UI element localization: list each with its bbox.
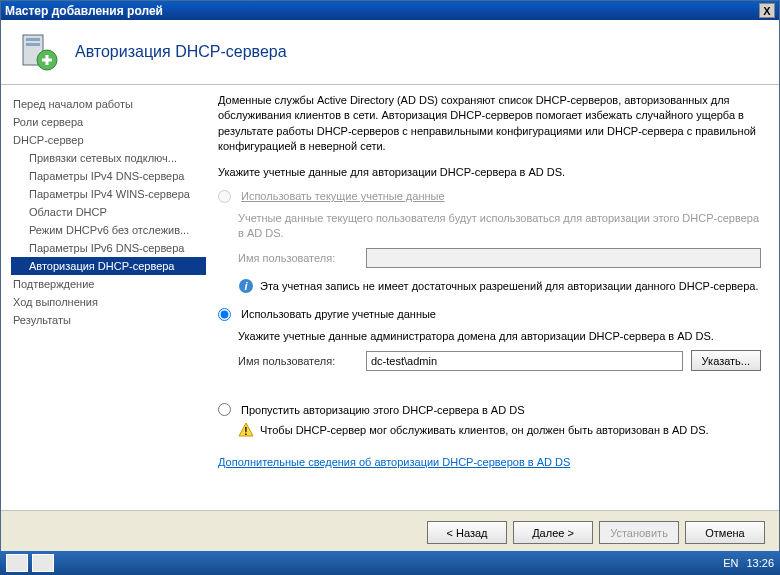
option-skip-authorization[interactable]: Пропустить авторизацию этого DHCP-сервер…	[218, 403, 761, 416]
close-button[interactable]: X	[759, 3, 775, 18]
current-username-label: Имя пользователя:	[238, 252, 358, 264]
svg-rect-2	[26, 43, 40, 46]
wizard-sidebar: Перед началом работы Роли сервера DHCP-с…	[1, 85, 206, 510]
close-icon: X	[763, 5, 770, 17]
radio-current-credentials	[218, 190, 231, 203]
radio-skip-authorization[interactable]	[218, 403, 231, 416]
option-current-label: Использовать текущие учетные данные	[241, 190, 445, 202]
sidebar-item-ipv4-dns[interactable]: Параметры IPv4 DNS-сервера	[13, 167, 206, 185]
svg-text:!: !	[244, 426, 247, 437]
install-button: Установить	[599, 521, 679, 544]
window-title: Мастер добавления ролей	[5, 4, 163, 18]
warning-icon: !	[238, 422, 254, 438]
page-title: Авторизация DHCP-сервера	[75, 43, 287, 61]
taskbar-button-1[interactable]	[6, 554, 28, 572]
sidebar-item-confirmation[interactable]: Подтверждение	[13, 275, 206, 293]
other-username-label: Имя пользователя:	[238, 355, 358, 367]
option-skip-label: Пропустить авторизацию этого DHCP-сервер…	[241, 404, 524, 416]
info-icon: i	[238, 278, 254, 294]
radio-other-credentials[interactable]	[218, 308, 231, 321]
next-button[interactable]: Далее >	[513, 521, 593, 544]
specify-button[interactable]: Указать...	[691, 350, 761, 371]
sidebar-item-dhcp-authorization[interactable]: Авторизация DHCP-сервера	[11, 257, 206, 275]
sidebar-item-server-roles[interactable]: Роли сервера	[13, 113, 206, 131]
sidebar-item-dhcpv6-mode[interactable]: Режим DHCPv6 без отслежив...	[13, 221, 206, 239]
warning-message: Чтобы DHCP-сервер мог обслуживать клиент…	[260, 424, 709, 436]
wizard-button-bar: < Назад Далее > Установить Отмена	[1, 510, 779, 554]
sidebar-item-results[interactable]: Результаты	[13, 311, 206, 329]
option-other-label: Использовать другие учетные данные	[241, 308, 436, 320]
sidebar-item-progress[interactable]: Ход выполнения	[13, 293, 206, 311]
sidebar-item-ipv4-wins[interactable]: Параметры IPv4 WINS-сервера	[13, 185, 206, 203]
sidebar-item-before-begin[interactable]: Перед началом работы	[13, 95, 206, 113]
sidebar-item-dhcp-server[interactable]: DHCP-сервер	[13, 131, 206, 149]
taskbar[interactable]: EN 13:26	[0, 551, 780, 575]
svg-rect-1	[26, 38, 40, 41]
cancel-button[interactable]: Отмена	[685, 521, 765, 544]
other-username-input[interactable]	[366, 351, 683, 371]
wizard-main: Доменные службы Active Directory (AD DS)…	[206, 85, 779, 510]
sidebar-item-ipv6-dns[interactable]: Параметры IPv6 DNS-сервера	[13, 239, 206, 257]
more-info-link[interactable]: Дополнительные сведения об авторизации D…	[218, 456, 570, 468]
sidebar-item-network-bindings[interactable]: Привязки сетевых подключ...	[13, 149, 206, 167]
option-current-desc: Учетные данные текущего пользователя буд…	[238, 211, 761, 242]
option-other-credentials[interactable]: Использовать другие учетные данные	[218, 308, 761, 321]
clock: 13:26	[746, 557, 774, 569]
intro-text-1: Доменные службы Active Directory (AD DS)…	[218, 93, 761, 155]
sidebar-item-dhcp-scopes[interactable]: Области DHCP	[13, 203, 206, 221]
option-other-desc: Укажите учетные данные администратора до…	[238, 329, 761, 344]
current-username-input	[366, 248, 761, 268]
back-button[interactable]: < Назад	[427, 521, 507, 544]
taskbar-button-2[interactable]	[32, 554, 54, 572]
info-message: Эта учетная запись не имеет достаточных …	[260, 280, 758, 292]
language-indicator[interactable]: EN	[723, 557, 738, 569]
server-role-icon	[17, 30, 61, 74]
intro-text-2: Укажите учетные данные для авторизации D…	[218, 165, 761, 180]
wizard-header: Авторизация DHCP-сервера	[1, 20, 779, 85]
option-current-credentials: Использовать текущие учетные данные	[218, 190, 761, 203]
titlebar: Мастер добавления ролей X	[1, 1, 779, 20]
